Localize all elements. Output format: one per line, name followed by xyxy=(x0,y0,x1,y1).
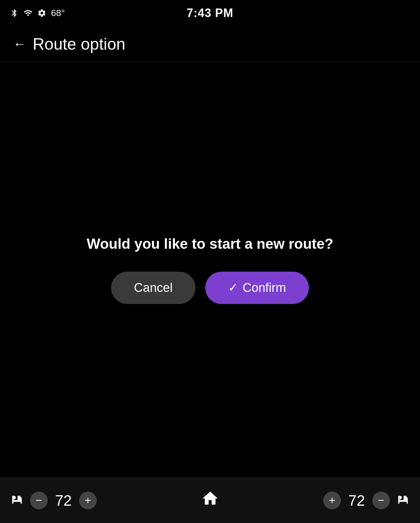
cancel-button[interactable]: Cancel xyxy=(111,272,195,304)
right-seat-icon xyxy=(396,492,410,509)
bottom-left-controls: − 72 + xyxy=(10,492,97,509)
confirm-label: Confirm xyxy=(243,281,286,295)
settings-icon xyxy=(37,8,46,18)
status-left: 68° xyxy=(10,8,65,18)
nav-header: ← Route option xyxy=(0,26,420,62)
left-minus-button[interactable]: − xyxy=(30,492,48,509)
dialog-buttons: Cancel ✓ Confirm xyxy=(111,272,309,304)
right-minus-button[interactable]: − xyxy=(372,492,390,509)
temperature: 68° xyxy=(51,8,65,18)
home-icon xyxy=(201,489,219,512)
back-arrow-icon: ← xyxy=(13,37,26,51)
bottom-bar: − 72 + + 72 − xyxy=(0,477,420,523)
main-content: Would you like to start a new route? Can… xyxy=(0,62,420,477)
back-button[interactable]: ← Route option xyxy=(13,35,126,54)
dialog-question: Would you like to start a new route? xyxy=(87,236,333,252)
checkmark-icon: ✓ xyxy=(228,281,238,295)
confirm-button[interactable]: ✓ Confirm xyxy=(205,272,309,304)
right-plus-button[interactable]: + xyxy=(323,492,341,509)
home-button[interactable] xyxy=(201,489,219,512)
page-title: Route option xyxy=(33,35,126,54)
bottom-right-controls: + 72 − xyxy=(323,492,410,509)
clock: 7:43 PM xyxy=(187,6,233,20)
signal-icon xyxy=(24,8,33,18)
bluetooth-icon xyxy=(10,8,19,18)
right-value: 72 xyxy=(347,492,366,509)
left-value: 72 xyxy=(54,492,73,509)
left-plus-button[interactable]: + xyxy=(79,492,97,509)
left-seat-icon xyxy=(10,492,24,509)
status-bar: 68° 7:43 PM xyxy=(0,0,420,26)
